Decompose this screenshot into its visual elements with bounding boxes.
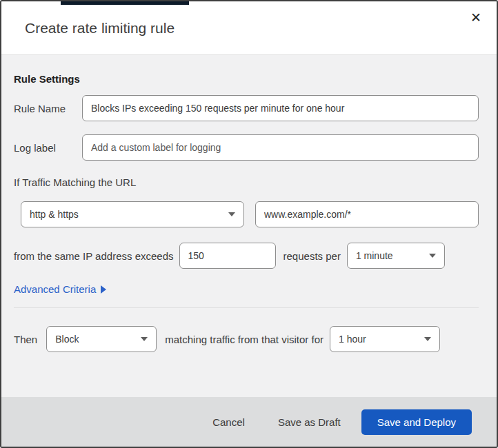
then-label: Then	[14, 334, 37, 345]
log-label-input[interactable]	[82, 134, 479, 161]
section-divider	[14, 307, 479, 308]
dialog-footer: Cancel Save as Draft Save and Deploy	[1, 397, 497, 447]
dialog-body: Rule Settings Rule Name Log label If Tra…	[1, 55, 497, 397]
scheme-select-value: http & https	[30, 209, 79, 220]
scheme-select[interactable]: http & https	[21, 201, 244, 227]
page-title: Create rate limiting rule	[25, 20, 175, 37]
advanced-criteria-link[interactable]: Advanced Criteria	[14, 283, 106, 295]
action-select[interactable]: Block	[46, 326, 157, 352]
advanced-criteria-label: Advanced Criteria	[14, 283, 96, 295]
close-icon[interactable]: ✕	[470, 11, 481, 24]
rule-settings-heading: Rule Settings	[14, 73, 479, 85]
rule-name-input[interactable]	[82, 95, 479, 121]
rate-limit-dialog: Create rate limiting rule ✕ Rule Setting…	[0, 0, 498, 448]
url-match-row: http & https	[21, 201, 479, 227]
then-row: Then Block matching traffic from that vi…	[14, 326, 479, 352]
threshold-prefix-text: from the same IP address exceeds	[14, 250, 174, 262]
cancel-button[interactable]: Cancel	[212, 416, 245, 428]
requests-count-input[interactable]	[179, 243, 276, 269]
period-select[interactable]: 1 minute	[347, 243, 445, 269]
dialog-header: Create rate limiting rule ✕	[1, 1, 497, 55]
chevron-down-icon	[429, 254, 436, 258]
period-select-value: 1 minute	[356, 250, 393, 261]
background-page-sliver	[61, 1, 189, 5]
duration-select[interactable]: 1 hour	[330, 326, 440, 352]
rule-name-label: Rule Name	[14, 103, 82, 114]
action-select-value: Block	[55, 334, 79, 345]
log-label-row: Log label	[14, 134, 479, 161]
arrow-right-icon	[101, 285, 106, 294]
traffic-match-heading: If Traffic Matching the URL	[14, 176, 479, 188]
save-and-deploy-button[interactable]: Save and Deploy	[361, 409, 472, 435]
log-label-label: Log label	[14, 142, 82, 154]
chevron-down-icon	[424, 337, 431, 341]
chevron-down-icon	[141, 337, 148, 341]
save-as-draft-button[interactable]: Save as Draft	[278, 416, 341, 428]
then-middle-text: matching traffic from that visitor for	[165, 334, 323, 345]
duration-select-value: 1 hour	[339, 334, 366, 345]
requests-per-text: requests per	[283, 250, 341, 262]
url-pattern-input[interactable]	[255, 201, 479, 227]
threshold-row: from the same IP address exceeds request…	[14, 243, 479, 269]
rule-name-row: Rule Name	[14, 95, 479, 121]
chevron-down-icon	[228, 212, 235, 216]
